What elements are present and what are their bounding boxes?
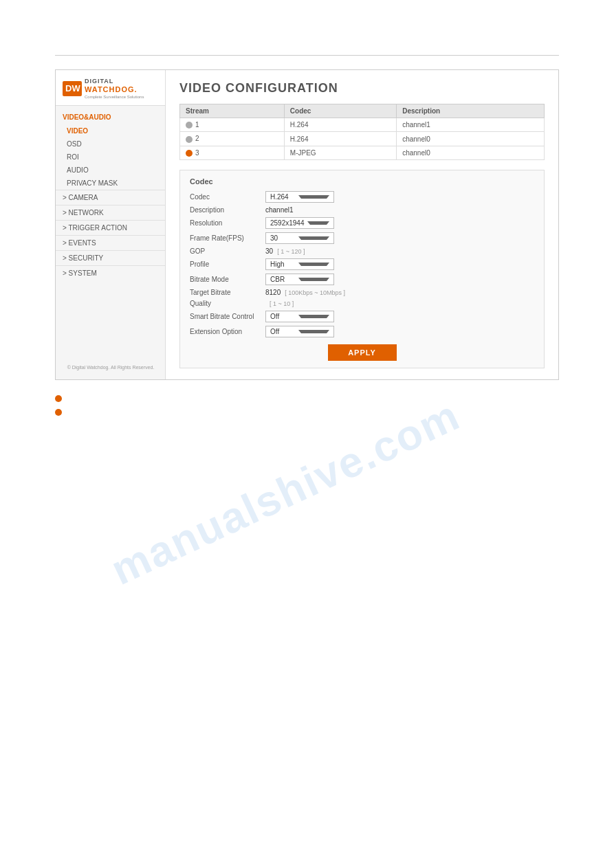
form-row-smart-bitrate-control: Smart Bitrate ControlOff: [190, 311, 534, 322]
col-description: Description: [397, 104, 545, 118]
sidebar-item-osd[interactable]: OSD: [56, 137, 165, 151]
form-row-bitrate-mode: Bitrate ModeCBR: [190, 274, 534, 285]
chevron-down-icon: [298, 315, 329, 318]
sidebar-item-audio[interactable]: AUDIO: [56, 164, 165, 177]
stream-dot: [186, 136, 193, 143]
form-row-profile: ProfileHigh: [190, 258, 534, 270]
form-value: channel1: [265, 206, 294, 214]
table-row[interactable]: 1 H.264 channel1: [180, 118, 545, 132]
sidebar-item-privacy-mask[interactable]: PRIVACY MASK: [56, 177, 165, 190]
sidebar-item-camera[interactable]: > CAMERA: [56, 190, 165, 205]
chevron-down-icon: [307, 221, 330, 225]
form-hint: [ 1 ~ 120 ]: [277, 248, 305, 255]
apply-button[interactable]: APPLY: [328, 344, 397, 361]
form-row-resolution: Resolution2592x1944: [190, 217, 534, 229]
form-label: Codec: [190, 193, 265, 201]
col-codec: Codec: [284, 104, 396, 118]
form-hint: [ 100Kbps ~ 10Mbps ]: [285, 289, 345, 296]
codec-cell: H.264: [284, 118, 396, 132]
form-row-target-bitrate: Target Bitrate8120[ 100Kbps ~ 10Mbps ]: [190, 289, 534, 296]
form-label: Smart Bitrate Control: [190, 313, 265, 320]
main-panel: DW DIGITAL WATCHDOG. Complete Surveillan…: [55, 69, 559, 380]
form-label: Frame Rate(FPS): [190, 234, 265, 242]
content-area: VIDEO CONFIGURATION Stream Codec Descrip…: [166, 70, 558, 379]
annotation-row-2: [55, 408, 559, 416]
select-value: 2592x1944: [270, 219, 305, 227]
stream-dot: [186, 122, 193, 129]
select-value: High: [270, 260, 296, 268]
form-value: 30: [265, 247, 273, 255]
sidebar-item-roi[interactable]: ROI: [56, 151, 165, 164]
form-value: 8120: [265, 289, 281, 296]
stream-cell: 2: [180, 132, 285, 146]
select-codec[interactable]: H.264: [265, 191, 334, 203]
nav-group-video-audio-label: VIDEO&AUDIO: [63, 113, 111, 121]
nav-group-video-audio[interactable]: VIDEO&AUDIO: [56, 110, 165, 124]
description-cell: channel0: [397, 146, 545, 159]
logo-watchdog: WATCHDOG.: [85, 85, 144, 93]
sidebar-item-trigger-action[interactable]: > TRIGGER ACTION: [56, 220, 165, 235]
codec-cell: H.264: [284, 132, 396, 146]
form-row-description: Descriptionchannel1: [190, 206, 534, 214]
select-extension-option[interactable]: Off: [265, 326, 334, 337]
select-resolution[interactable]: 2592x1944: [265, 217, 334, 229]
form-label: Extension Option: [190, 328, 265, 335]
nav-section: VIDEO&AUDIO VIDEO OSD ROI AUDIO: [56, 106, 165, 285]
form-label: Description: [190, 206, 265, 214]
description-cell: channel0: [397, 132, 545, 146]
sidebar: DW DIGITAL WATCHDOG. Complete Surveillan…: [56, 70, 166, 379]
copyright: © Digital Watchdog. All Rights Reserved.: [56, 361, 166, 374]
form-row-extension-option: Extension OptionOff: [190, 326, 534, 337]
form-label: Target Bitrate: [190, 289, 265, 296]
logo-text: DIGITAL WATCHDOG. Complete Surveillance …: [85, 78, 144, 100]
chevron-down-icon: [298, 263, 329, 266]
chevron-down-icon: [298, 195, 329, 199]
select-value: H.264: [270, 193, 296, 201]
svg-text:DW: DW: [65, 83, 80, 93]
description-cell: channel1: [397, 118, 545, 132]
logo-area: DW DIGITAL WATCHDOG. Complete Surveillan…: [56, 70, 165, 106]
select-value: 30: [270, 234, 296, 242]
dw-logo-icon: DW: [63, 81, 82, 96]
select-value: Off: [270, 328, 296, 335]
logo-tagline: Complete Surveillance Solutions: [85, 95, 144, 100]
col-stream: Stream: [180, 104, 285, 118]
select-smart-bitrate-control[interactable]: Off: [265, 311, 334, 322]
logo: DW DIGITAL WATCHDOG. Complete Surveillan…: [63, 78, 158, 100]
chevron-down-icon: [298, 330, 329, 333]
stream-table: Stream Codec Description 1 H.264 channel…: [179, 104, 545, 160]
codec-section: Codec CodecH.264Descriptionchannel1Resol…: [179, 170, 545, 368]
select-value: CBR: [270, 276, 296, 283]
stream-dot: [186, 150, 193, 157]
select-profile[interactable]: High: [265, 258, 334, 270]
annotation-row-1: [55, 394, 559, 402]
form-label: Profile: [190, 260, 265, 268]
select-frame-rate(fps)[interactable]: 30: [265, 232, 334, 244]
page-container: DW DIGITAL WATCHDOG. Complete Surveillan…: [0, 0, 614, 868]
annotation-bullet-2: [55, 409, 62, 416]
sidebar-item-video[interactable]: VIDEO: [56, 124, 165, 137]
page-title: VIDEO CONFIGURATION: [179, 81, 545, 96]
sidebar-item-events[interactable]: > EVENTS: [56, 235, 165, 250]
form-row-frame-rate-fps-: Frame Rate(FPS)30: [190, 232, 534, 244]
stream-cell: 3: [180, 146, 285, 159]
form-label: Resolution: [190, 219, 265, 227]
form-row-gop: GOP30[ 1 ~ 120 ]: [190, 247, 534, 255]
form-row-codec: CodecH.264: [190, 191, 534, 203]
codec-title: Codec: [190, 177, 534, 186]
sidebar-item-network[interactable]: > NETWORK: [56, 205, 165, 220]
table-row[interactable]: 2 H.264 channel0: [180, 132, 545, 146]
form-label: Quality: [190, 300, 265, 307]
sidebar-item-system[interactable]: > SYSTEM: [56, 265, 165, 280]
annotation-bullet-1: [55, 395, 62, 402]
sidebar-item-security[interactable]: > SECURITY: [56, 250, 165, 265]
table-row[interactable]: 3 M-JPEG channel0: [180, 146, 545, 159]
stream-cell: 1: [180, 118, 285, 132]
chevron-down-icon: [298, 236, 329, 240]
watermark: manualshive.com: [104, 390, 468, 594]
select-bitrate-mode[interactable]: CBR: [265, 274, 334, 285]
form-row-quality: Quality[ 1 ~ 10 ]: [190, 300, 534, 307]
select-value: Off: [270, 313, 296, 320]
form-label: Bitrate Mode: [190, 276, 265, 283]
annotation-area: [55, 394, 559, 416]
